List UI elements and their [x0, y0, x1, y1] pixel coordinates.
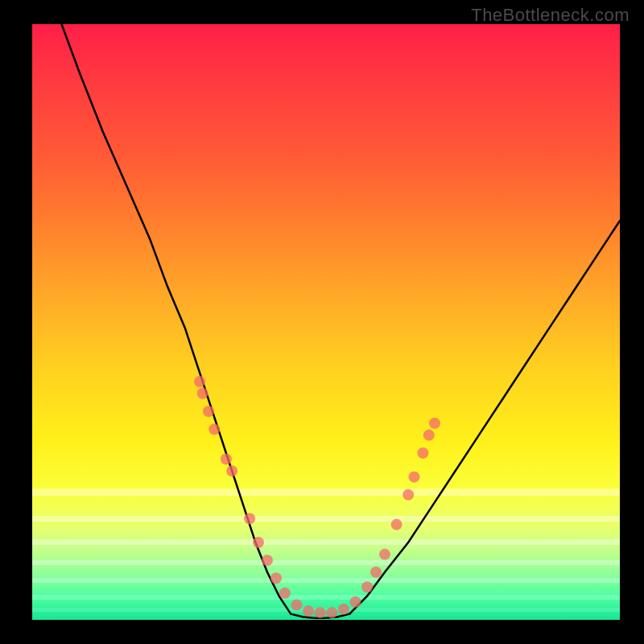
- data-point: [194, 376, 205, 387]
- curve-segment: [62, 24, 291, 614]
- curve-layer: [32, 24, 620, 620]
- data-point: [402, 489, 414, 501]
- data-point: [370, 567, 382, 578]
- chart-frame: TheBottleneck.com: [0, 0, 644, 644]
- watermark-text: TheBottleneck.com: [471, 5, 630, 26]
- data-point: [253, 537, 264, 548]
- data-point: [409, 471, 420, 482]
- data-point: [338, 604, 349, 615]
- data-point: [315, 607, 326, 618]
- data-point: [379, 549, 390, 560]
- data-point: [391, 519, 402, 530]
- data-point: [417, 448, 428, 459]
- plot-area: [32, 24, 620, 620]
- data-point: [350, 597, 361, 608]
- data-point: [361, 581, 373, 592]
- data-point: [291, 600, 303, 611]
- data-point: [423, 430, 435, 441]
- data-point: [197, 388, 208, 399]
- data-point: [429, 418, 440, 429]
- data-point: [279, 588, 291, 599]
- curve-paths: [62, 24, 621, 618]
- scatter-dots: [194, 376, 440, 618]
- data-point: [226, 465, 237, 477]
- data-point: [208, 423, 220, 435]
- data-point: [270, 572, 282, 584]
- data-point: [326, 607, 337, 618]
- data-point: [262, 555, 273, 566]
- data-point: [244, 513, 255, 524]
- data-point: [203, 406, 214, 417]
- data-point: [221, 453, 232, 464]
- data-point: [303, 605, 314, 617]
